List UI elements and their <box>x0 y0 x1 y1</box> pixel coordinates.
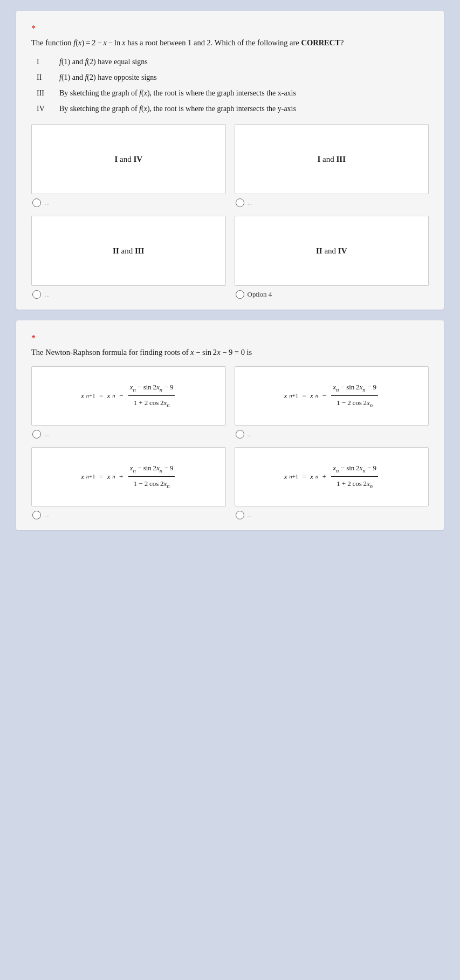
q2-radio-row-3[interactable]: .. <box>31 511 226 519</box>
q1-answer-4: II and IV Option 4 <box>235 216 429 299</box>
question-1-star: * <box>31 24 429 33</box>
q1-radio-row-3[interactable]: .. <box>31 290 226 299</box>
q2-formula-2: xn+1 = xn − xn − sin 2xn − 9 1 − 2 cos 2… <box>284 380 379 412</box>
q2-radio-row-1[interactable]: .. <box>31 430 226 438</box>
q1-func: f <box>73 38 75 47</box>
q1-radio-row-1[interactable]: .. <box>31 198 226 207</box>
q1-radio-4[interactable] <box>236 290 244 299</box>
question-2-star: * <box>31 333 429 343</box>
q2-box-3[interactable]: xn+1 = xn + xn − sin 2xn − 9 1 − 2 cos 2… <box>31 447 226 506</box>
q2-radio-dots-1: .. <box>44 430 50 438</box>
q2-answer-1: xn+1 = xn − xn − sin 2xn − 9 1 + 2 cos 2… <box>31 366 226 438</box>
question-2-text: The Newton-Raphson formula for finding r… <box>31 346 429 358</box>
question-1-text: The function f(x) = 2 − x − ln x has a r… <box>31 37 429 49</box>
q2-formula-3: xn+1 = xn + xn − sin 2xn − 9 1 − 2 cos 2… <box>81 461 176 492</box>
q2-radio-row-4[interactable]: .. <box>235 511 429 519</box>
q1-radio-2[interactable] <box>236 198 244 207</box>
q1-answer-box-1[interactable]: I and IV <box>31 124 226 194</box>
question-1-card: * The function f(x) = 2 − x − ln x has a… <box>16 11 444 310</box>
q2-radio-1[interactable] <box>32 430 41 438</box>
q1-option-III-text: By sketching the graph of f(x), the root… <box>59 87 296 99</box>
q1-radio-row-4[interactable]: Option 4 <box>235 290 429 299</box>
q2-answer-3: xn+1 = xn + xn − sin 2xn − 9 1 − 2 cos 2… <box>31 447 226 519</box>
question-2-card: * The Newton-Raphson formula for finding… <box>16 320 444 530</box>
q1-radio-dots-2: .. <box>248 198 253 207</box>
q2-box-2[interactable]: xn+1 = xn − xn − sin 2xn − 9 1 − 2 cos 2… <box>235 366 429 426</box>
q1-radio-1[interactable] <box>32 198 41 207</box>
q1-answer-label-4: II and IV <box>316 246 347 256</box>
q1-answer-2: I and III .. <box>235 124 429 207</box>
q1-answer-label-3: II and III <box>113 246 144 256</box>
q2-box-1[interactable]: xn+1 = xn − xn − sin 2xn − 9 1 + 2 cos 2… <box>31 366 226 426</box>
q2-formula-1: xn+1 = xn − xn − sin 2xn − 9 1 + 2 cos 2… <box>81 380 176 412</box>
q1-radio-dots-3: .. <box>44 290 50 299</box>
q2-radio-2[interactable] <box>236 430 244 438</box>
q1-answer-label-1: I and IV <box>114 155 142 164</box>
page-wrapper: * The function f(x) = 2 − x − ln x has a… <box>0 0 460 541</box>
q2-radio-dots-4: .. <box>248 511 253 519</box>
q1-roman-II: II <box>37 72 52 83</box>
q1-answer-box-2[interactable]: I and III <box>235 124 429 194</box>
q1-radio-row-2[interactable]: .. <box>235 198 429 207</box>
q1-option-III: III By sketching the graph of f(x), the … <box>37 87 429 99</box>
q1-radio-3[interactable] <box>32 290 41 299</box>
q1-answer-1: I and IV .. <box>31 124 226 207</box>
q1-roman-I: I <box>37 56 52 67</box>
q1-radio-dots-1: .. <box>44 198 50 207</box>
q1-options-list: I f(1) and f(2) have equal signs II f(1)… <box>31 56 429 114</box>
q1-roman-III: III <box>37 87 52 99</box>
q1-option-IV-text: By sketching the graph of f(x), the root… <box>59 103 296 114</box>
q1-answer-3: II and III .. <box>31 216 226 299</box>
q1-option-II-text: f(1) and f(2) have opposite signs <box>59 72 157 83</box>
q2-radio-dots-3: .. <box>44 511 50 519</box>
q1-option-I-text: f(1) and f(2) have equal signs <box>59 56 148 67</box>
q1-answer-box-3[interactable]: II and III <box>31 216 226 286</box>
q2-box-4[interactable]: xn+1 = xn + xn − sin 2xn − 9 1 + 2 cos 2… <box>235 447 429 506</box>
q2-radio-dots-2: .. <box>248 430 253 438</box>
q2-newton-grid: xn+1 = xn − xn − sin 2xn − 9 1 + 2 cos 2… <box>31 366 429 519</box>
q1-answer-box-4[interactable]: II and IV <box>235 216 429 286</box>
q1-answer-grid: I and IV .. I and III .. <box>31 124 429 299</box>
q1-option4-label: Option 4 <box>248 290 272 299</box>
q2-formula-4: xn+1 = xn + xn − sin 2xn − 9 1 + 2 cos 2… <box>284 461 379 492</box>
q1-roman-IV: IV <box>37 103 52 114</box>
q1-option-I: I f(1) and f(2) have equal signs <box>37 56 429 67</box>
q2-radio-3[interactable] <box>32 511 41 519</box>
q1-option-IV: IV By sketching the graph of f(x), the r… <box>37 103 429 114</box>
q1-x: x <box>78 38 81 47</box>
q1-correct: CORRECT <box>301 38 340 47</box>
q1-answer-label-2: I and III <box>317 155 346 164</box>
q2-radio-4[interactable] <box>236 511 244 519</box>
q1-option-II: II f(1) and f(2) have opposite signs <box>37 72 429 83</box>
q2-answer-2: xn+1 = xn − xn − sin 2xn − 9 1 − 2 cos 2… <box>235 366 429 438</box>
q2-answer-4: xn+1 = xn + xn − sin 2xn − 9 1 + 2 cos 2… <box>235 447 429 519</box>
q2-radio-row-2[interactable]: .. <box>235 430 429 438</box>
